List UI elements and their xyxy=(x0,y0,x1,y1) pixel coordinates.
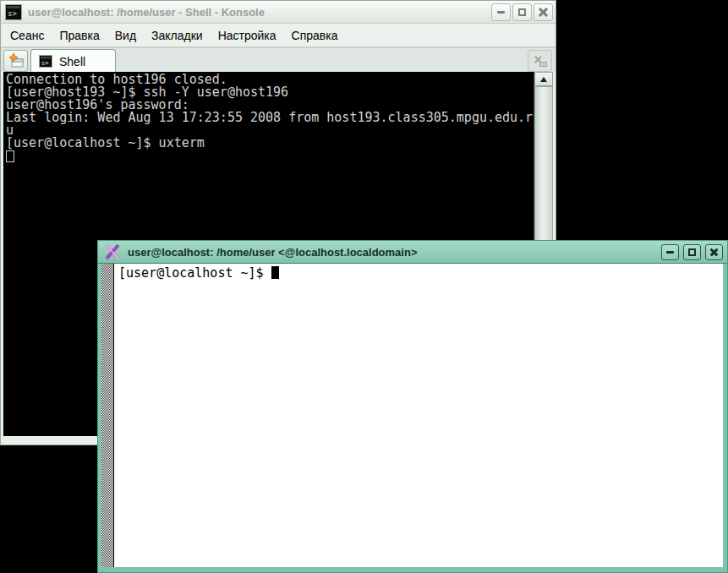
minimize-icon xyxy=(666,251,674,254)
konsole-titlebar[interactable]: s> user@localhost: /home/user - Shell - … xyxy=(1,1,556,24)
uxterm-titlebar[interactable]: user@localhost: /home/user <@localhost.l… xyxy=(98,241,727,264)
block-cursor xyxy=(271,266,279,279)
menu-item-bookmarks[interactable]: Закладки xyxy=(144,26,211,45)
close-icon xyxy=(538,7,549,18)
uxterm-body: [user@localhost ~]$ xyxy=(101,264,723,567)
konsole-menubar: Сеанс Правка Вид Закладки Настройка Спра… xyxy=(1,24,556,47)
terminal-line: Last login: Wed Aug 13 17:23:55 2008 fro… xyxy=(3,112,534,124)
uxterm-minimize-button[interactable] xyxy=(661,244,679,260)
hollow-cursor xyxy=(6,150,14,162)
svg-text:s>: s> xyxy=(41,59,50,67)
menu-item-help[interactable]: Справка xyxy=(284,26,346,45)
scroll-up-button[interactable] xyxy=(534,72,553,86)
menu-item-view[interactable]: Вид xyxy=(107,26,144,45)
close-tab-icon xyxy=(533,55,548,68)
terminal-cursor-line xyxy=(3,150,534,162)
new-session-button[interactable] xyxy=(3,50,28,72)
uxterm-window: user@localhost: /home/user <@localhost.l… xyxy=(97,240,728,573)
close-icon xyxy=(709,248,719,257)
tab-terminal-icon: s> xyxy=(39,55,52,68)
konsole-window-title: user@localhost: /home/user - Shell - Kon… xyxy=(28,6,490,19)
close-tab-button[interactable] xyxy=(528,50,552,72)
uxterm-prompt-line: [user@localhost ~]$ xyxy=(118,266,723,281)
menu-item-edit[interactable]: Правка xyxy=(52,26,107,45)
tab-shell-label: Shell xyxy=(59,55,85,68)
maximize-icon xyxy=(688,248,696,256)
konsole-maximize-button[interactable] xyxy=(512,3,532,21)
tab-shell[interactable]: s> Shell xyxy=(30,49,116,73)
svg-text:s>: s> xyxy=(8,9,17,18)
uxterm-maximize-button[interactable] xyxy=(683,244,701,260)
xorg-x-logo-icon xyxy=(104,244,121,259)
desktop-background: s> user@localhost: /home/user - Shell - … xyxy=(0,0,728,573)
uxterm-window-title: user@localhost: /home/user <@localhost.l… xyxy=(128,246,657,259)
uxterm-prompt-text: [user@localhost ~]$ xyxy=(118,265,271,281)
minimize-icon xyxy=(497,11,505,14)
konsole-close-button[interactable] xyxy=(534,3,553,21)
maximize-icon xyxy=(518,8,526,16)
uxterm-scrollbar[interactable] xyxy=(101,264,114,567)
konsole-tabbar: s> Shell xyxy=(1,47,556,72)
new-session-star-icon xyxy=(8,53,25,68)
konsole-window-icon: s> xyxy=(5,4,22,20)
menu-item-session[interactable]: Сеанс xyxy=(3,26,52,45)
uxterm-close-button[interactable] xyxy=(705,244,723,260)
uxterm-terminal-screen[interactable]: [user@localhost ~]$ xyxy=(114,264,723,567)
arrow-up-icon xyxy=(540,77,547,82)
terminal-line: [user@localhost ~]$ uxterm xyxy=(3,137,534,150)
konsole-minimize-button[interactable] xyxy=(491,3,511,21)
menu-item-settings[interactable]: Настройка xyxy=(211,26,284,45)
